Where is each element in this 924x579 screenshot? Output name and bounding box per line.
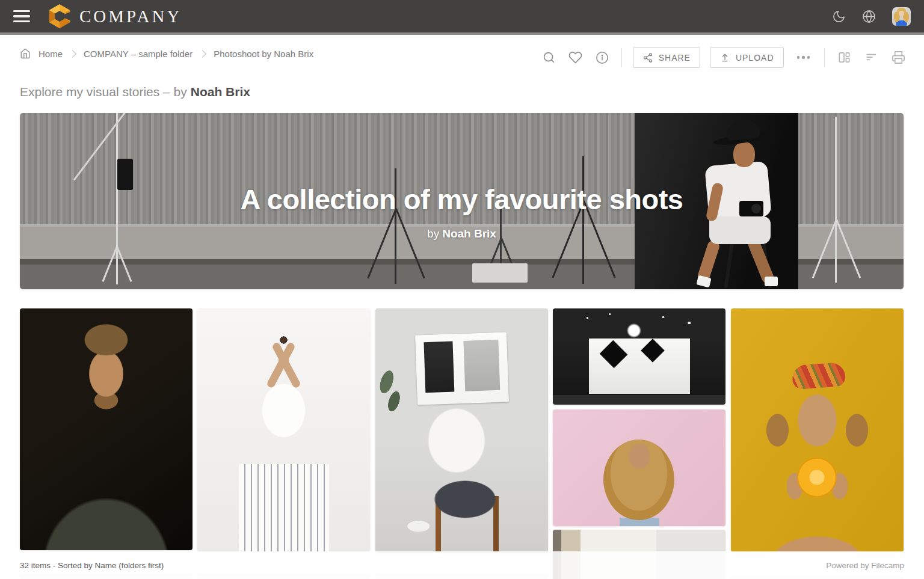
brand-name: COMPANY [79,7,182,26]
photo-card-studio[interactable] [553,308,725,405]
item-count-status: 32 items - Sorted by Name (folders first… [20,561,164,570]
page-title-author: Noah Brix [191,85,250,99]
folder-toolbar: SHARE UPLOAD [536,47,912,68]
share-button[interactable]: SHARE [633,47,700,68]
photo-card-orange-slice[interactable] [731,308,904,552]
upload-icon [719,52,730,63]
hero-byline: byNoah Brix [20,227,904,240]
sort-icon[interactable] [864,51,878,64]
tripod [544,156,623,284]
page-title-prefix: Explore my visual stories – by [20,85,187,99]
share-button-label: SHARE [659,53,691,63]
upload-button[interactable]: UPLOAD [710,47,784,68]
globe-icon[interactable] [862,10,876,23]
hero-title: A collection of my favourite shots [20,183,904,216]
photo-card-pink-model[interactable] [553,409,725,526]
breadcrumb-home[interactable]: Home [38,49,63,59]
toolbar-divider [621,48,622,67]
studio-prop [472,263,528,283]
home-icon[interactable] [20,48,31,59]
hamburger-menu-icon[interactable] [13,10,30,22]
moon-icon[interactable] [832,10,846,23]
heart-icon[interactable] [568,51,582,64]
hero-byline-author: Noah Brix [442,227,496,240]
chevron-right-icon [199,50,206,58]
status-bar: 32 items - Sorted by Name (folders first… [0,551,924,579]
masonry-layout-icon[interactable] [837,51,851,64]
upload-button-label: UPLOAD [736,53,774,63]
photo-card-magazine[interactable] [375,308,548,553]
model-face [733,142,755,167]
info-icon[interactable] [596,51,609,64]
search-icon[interactable] [543,51,555,64]
breadcrumb-sample-folder[interactable]: COMPANY – sample folder [84,49,192,59]
hero-banner: A collection of my favourite shots byNoa… [20,113,904,289]
ellipsis-icon[interactable] [797,56,810,59]
hero-byline-prefix: by [427,227,439,240]
user-avatar[interactable] [892,7,911,26]
chevron-right-icon [69,50,76,58]
photo-card-model-arms[interactable] [197,308,370,551]
share-icon [642,52,653,63]
printer-icon[interactable] [892,51,905,64]
toolbar-divider [824,48,825,67]
breadcrumb-current: Photoshoot by Noah Brix [214,49,313,59]
top-bar: COMPANY [0,0,924,35]
powered-by-link[interactable]: Powered by Filecamp [826,561,904,570]
photo-card-man-portrait[interactable] [20,308,192,550]
model-shoe [765,277,778,286]
breadcrumb: Home COMPANY – sample folder Photoshoot … [20,48,313,59]
page-title: Explore my visual stories – byNoah Brix [20,85,250,99]
company-logo-icon [46,4,73,29]
brand-logo[interactable]: COMPANY [46,4,182,29]
filecamp-app: { "topbar": { "brand": "COMPANY", "icons… [0,0,924,579]
topbar-actions [832,7,911,26]
